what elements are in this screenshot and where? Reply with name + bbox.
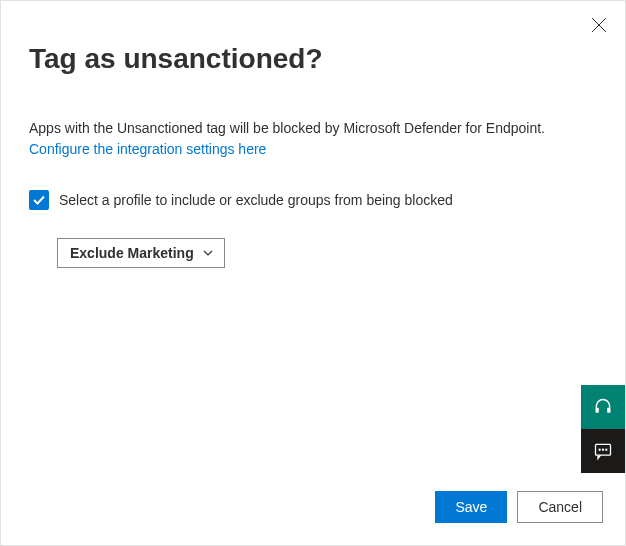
dialog-description: Apps with the Unsanctioned tag will be b…	[29, 119, 597, 139]
profile-checkbox-row: Select a profile to include or exclude g…	[29, 190, 597, 210]
svg-rect-3	[607, 408, 610, 413]
dialog-title: Tag as unsanctioned?	[29, 43, 597, 75]
chevron-down-icon	[202, 247, 214, 259]
chat-icon	[593, 441, 613, 461]
unsanctioned-dialog: Tag as unsanctioned? Apps with the Unsan…	[1, 1, 625, 545]
svg-point-5	[599, 449, 600, 450]
close-icon	[592, 18, 606, 32]
close-button[interactable]	[587, 13, 611, 37]
save-button[interactable]: Save	[435, 491, 507, 523]
profile-dropdown-value: Exclude Marketing	[70, 245, 194, 261]
profile-checkbox-label: Select a profile to include or exclude g…	[59, 192, 453, 208]
profile-checkbox[interactable]	[29, 190, 49, 210]
configure-integration-link[interactable]: Configure the integration settings here	[29, 141, 266, 157]
cancel-button[interactable]: Cancel	[517, 491, 603, 523]
dialog-footer: Save Cancel	[435, 491, 603, 523]
feedback-widget[interactable]	[581, 429, 625, 473]
svg-point-6	[603, 449, 604, 450]
svg-point-7	[606, 449, 607, 450]
headset-icon	[593, 397, 613, 417]
side-widgets	[581, 385, 625, 473]
profile-dropdown[interactable]: Exclude Marketing	[57, 238, 225, 268]
checkmark-icon	[32, 193, 46, 207]
svg-rect-2	[596, 408, 599, 413]
help-widget[interactable]	[581, 385, 625, 429]
